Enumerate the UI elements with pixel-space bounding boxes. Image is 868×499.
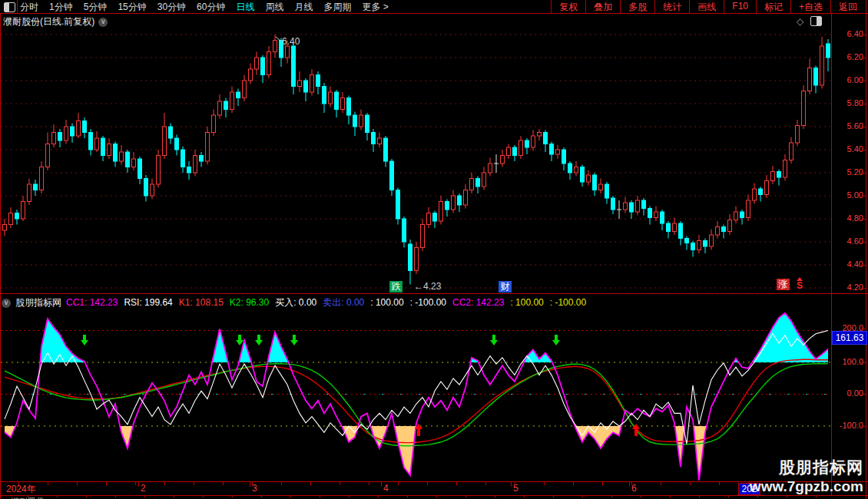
pane-separator <box>0 293 868 294</box>
event-marker-0[interactable]: 跌 <box>389 281 403 292</box>
period-tab-9[interactable]: 多周期 <box>323 1 351 14</box>
action-toolbar: 复权叠加多股统计画线F10标记+自选返回 <box>551 0 865 13</box>
price-tick-label: 6.40 <box>833 29 863 38</box>
indicator-field-7: : -100.00 <box>410 297 446 308</box>
price-tick-label: 4.60 <box>833 236 863 246</box>
action-button-2[interactable]: 多股 <box>620 0 654 13</box>
action-button-1[interactable]: 叠加 <box>585 0 620 13</box>
month-label: 4 <box>383 483 389 494</box>
indicator-chart[interactable] <box>0 309 831 481</box>
period-tab-3[interactable]: 15分钟 <box>118 1 146 14</box>
price-tick-label: 4.80 <box>833 213 863 223</box>
price-tick-label: 4.20 <box>833 283 863 292</box>
indicator-tick-label: 100.0 <box>833 357 863 366</box>
period-tab-7[interactable]: 周线 <box>265 1 283 14</box>
date-axis-bottomline <box>0 495 868 496</box>
date-axis: 2024年 23456 <box>0 482 831 495</box>
indicator-field-5: 卖出: 0.00 <box>323 297 364 308</box>
indicator-header: ∨ 股朋指标网 CC1: 142.23RSI: 199.64K1: 108.15… <box>2 296 592 309</box>
indicator-values: CC1: 142.23RSI: 199.64K1: 108.15K2: 96.3… <box>66 296 592 309</box>
indicator-field-6: : 100.00 <box>370 297 403 308</box>
indicator-field-9: : 100.00 <box>510 297 543 308</box>
period-tab-8[interactable]: 月线 <box>294 1 313 14</box>
sell-signal-marker[interactable]: S <box>797 277 803 289</box>
period-tab-6[interactable]: 日线 <box>236 1 254 14</box>
indicator-field-8: CC2: 142.23 <box>452 297 504 308</box>
svg-text:6.40: 6.40 <box>282 36 300 47</box>
action-button-6[interactable]: 标记 <box>756 0 790 13</box>
split-pane-icon[interactable] <box>810 16 822 26</box>
watermark: 股朋指标网 www.7gpzb.com <box>750 457 863 495</box>
s-label: S <box>797 282 803 289</box>
event-marker-1[interactable]: 财 <box>499 281 512 292</box>
price-tick-label: 4.40 <box>833 259 863 269</box>
period-tab-0[interactable]: 分时 <box>20 1 38 14</box>
period-tab-2[interactable]: 5分钟 <box>84 1 108 14</box>
event-marker-2[interactable]: 涨 <box>777 279 790 290</box>
price-tick-label: 6.00 <box>833 75 863 84</box>
current-value-badge: 161.63 <box>832 331 867 345</box>
action-button-8[interactable]: 返回 <box>830 0 865 13</box>
action-button-4[interactable]: 画线 <box>689 0 724 13</box>
indicator-field-3: K2: 96.30 <box>230 297 269 308</box>
price-tick-label: 5.60 <box>833 121 863 131</box>
indicator-field-1: RSI: 199.64 <box>124 297 172 308</box>
indicator-tick-label: -100.0 <box>833 421 863 430</box>
toolbar-divider <box>17 0 18 13</box>
indicator-field-0: CC1: 142.23 <box>66 297 118 308</box>
period-tab-10[interactable]: 更多 > <box>362 1 388 14</box>
chart-title-row: 濮耐股份(日线.前复权) ∨ <box>3 15 108 28</box>
diamond-icon[interactable]: ◇ <box>797 16 803 27</box>
month-label: 5 <box>513 483 518 494</box>
watermark-url: www.7gpzb.com <box>750 478 863 495</box>
price-tick-label: 5.40 <box>833 144 863 154</box>
price-tick-label: 5.00 <box>833 190 863 200</box>
indicator-tick-label: 0.00 <box>833 388 863 398</box>
price-tick-label: 5.80 <box>833 98 863 107</box>
action-button-5[interactable]: F10 <box>724 0 756 13</box>
chevron-down-icon[interactable]: ∨ <box>2 299 11 308</box>
app-window: 分时1分钟5分钟15分钟30分钟60分钟日线周线月线多周期更多 > 复权叠加多股… <box>0 0 868 499</box>
period-tab-4[interactable]: 30分钟 <box>157 1 186 14</box>
left-frame-line <box>0 13 1 499</box>
price-tick-label: 5.20 <box>833 167 863 177</box>
action-button-0[interactable]: 复权 <box>551 0 585 13</box>
action-button-7[interactable]: +自选 <box>790 0 830 13</box>
chart-corner-icons: ◇ <box>797 16 822 27</box>
indicator-field-2: K1: 108.15 <box>179 297 224 308</box>
page-title: 濮耐股份(日线.前复权) <box>3 15 94 28</box>
month-label: 2 <box>141 483 146 494</box>
period-toolbar: 分时1分钟5分钟15分钟30分钟60分钟日线周线月线多周期更多 > <box>20 1 389 14</box>
layout-toggle-icon[interactable] <box>4 2 15 12</box>
watermark-site-name: 股朋指标网 <box>750 457 863 478</box>
chevron-down-icon[interactable]: ∨ <box>98 18 108 27</box>
right-frame-line <box>866 0 866 499</box>
clipped-next-pane-text: 濮耐股份 <box>11 496 45 499</box>
month-label: 3 <box>252 483 257 494</box>
price-tick-label: 6.20 <box>833 52 863 61</box>
indicator-field-4: 买入: 0.00 <box>275 297 316 308</box>
period-tab-1[interactable]: 1分钟 <box>49 1 73 14</box>
candlestick-chart[interactable]: 6.40←4.23 <box>0 13 831 293</box>
action-button-3[interactable]: 统计 <box>654 0 689 13</box>
svg-text:←4.23: ←4.23 <box>414 281 442 292</box>
indicator-field-10: : -100.00 <box>550 297 586 308</box>
axis-frame-line <box>831 13 832 495</box>
period-tab-5[interactable]: 60分钟 <box>197 1 225 14</box>
top-toolbar: 分时1分钟5分钟15分钟30分钟60分钟日线周线月线多周期更多 > 复权叠加多股… <box>0 0 868 13</box>
month-label: 6 <box>631 483 637 494</box>
year-label: 2024年 <box>6 483 36 496</box>
indicator-name[interactable]: 股朋指标网 <box>15 296 61 309</box>
